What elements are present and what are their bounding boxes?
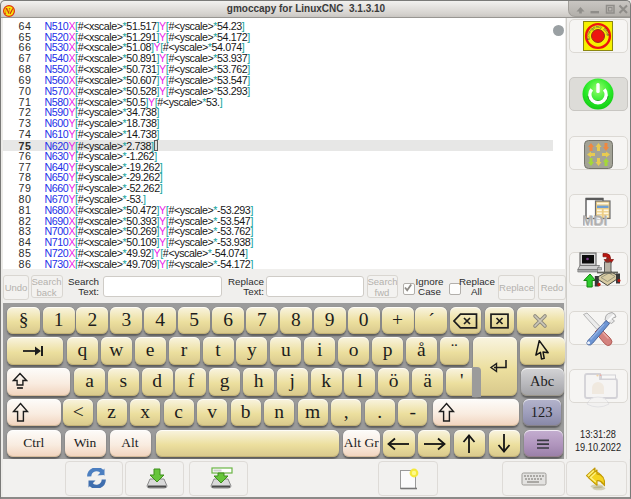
svg-text:MDI: MDI: [583, 212, 607, 228]
